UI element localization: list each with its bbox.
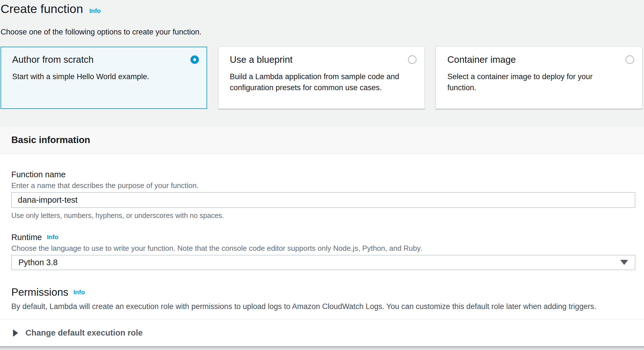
card-title: Author from scratch [12, 54, 94, 65]
function-name-description: Enter a name that describes the purpose … [11, 181, 635, 190]
radio-unselected-icon[interactable] [408, 55, 417, 64]
title-row: Create function Info [1, 2, 644, 16]
card-container-image[interactable]: Container image Select a container image… [436, 47, 642, 109]
permissions-heading: Permissions [11, 286, 68, 298]
form-panel-body: Function name Enter a name that describe… [0, 154, 644, 311]
function-name-constraint: Use only letters, numbers, hyphens, or u… [11, 211, 635, 220]
radio-selected-icon[interactable] [190, 55, 199, 64]
card-description: Select a container image to deploy for y… [447, 71, 634, 93]
caret-right-icon [13, 329, 18, 337]
runtime-label-row: Runtime Info [11, 233, 635, 242]
runtime-selected-value: Python 3.8 [18, 258, 58, 267]
permissions-info-link[interactable]: Info [74, 289, 85, 296]
permissions-description: By default, Lambda will create an execut… [11, 302, 635, 311]
function-name-input[interactable] [11, 192, 635, 208]
runtime-description: Choose the language to use to write your… [11, 244, 635, 253]
title-info-link[interactable]: Info [89, 7, 101, 15]
card-title: Container image [447, 54, 516, 65]
function-name-field-group: Function name Enter a name that describe… [11, 170, 635, 220]
form-panel: Function name Enter a name that describe… [0, 154, 644, 346]
permissions-section: Permissions Info By default, Lambda will… [11, 286, 635, 311]
card-head: Container image [447, 54, 634, 65]
permissions-heading-row: Permissions Info [11, 286, 635, 298]
radio-unselected-icon[interactable] [626, 55, 634, 64]
card-use-a-blueprint[interactable]: Use a blueprint Build a Lambda applicati… [218, 47, 425, 109]
card-head: Use a blueprint [230, 54, 417, 65]
bottom-divider [0, 346, 644, 349]
basic-information-header: Basic information [0, 126, 644, 154]
card-author-from-scratch[interactable]: Author from scratch Start with a simple … [1, 47, 207, 109]
caret-down-icon [620, 260, 628, 265]
page-title: Create function [1, 2, 83, 16]
function-name-label: Function name [11, 170, 635, 179]
expander-label: Change default execution role [25, 328, 143, 338]
card-description: Start with a simple Hello World example. [12, 71, 199, 82]
runtime-label: Runtime [11, 233, 42, 242]
creation-option-cards: Author from scratch Start with a simple … [1, 47, 642, 109]
card-title: Use a blueprint [230, 54, 293, 65]
runtime-info-link[interactable]: Info [47, 234, 58, 241]
page-header: Create function Info Choose one of the f… [0, 0, 644, 36]
basic-information-heading: Basic information [11, 135, 90, 145]
page-subtitle: Choose one of the following options to c… [1, 28, 644, 36]
card-head: Author from scratch [12, 54, 199, 65]
runtime-field-group: Runtime Info Choose the language to use … [11, 233, 635, 270]
card-description: Build a Lambda application from sample c… [230, 71, 417, 93]
runtime-select[interactable]: Python 3.8 [11, 255, 635, 270]
change-default-execution-role-expander[interactable]: Change default execution role [0, 320, 644, 346]
